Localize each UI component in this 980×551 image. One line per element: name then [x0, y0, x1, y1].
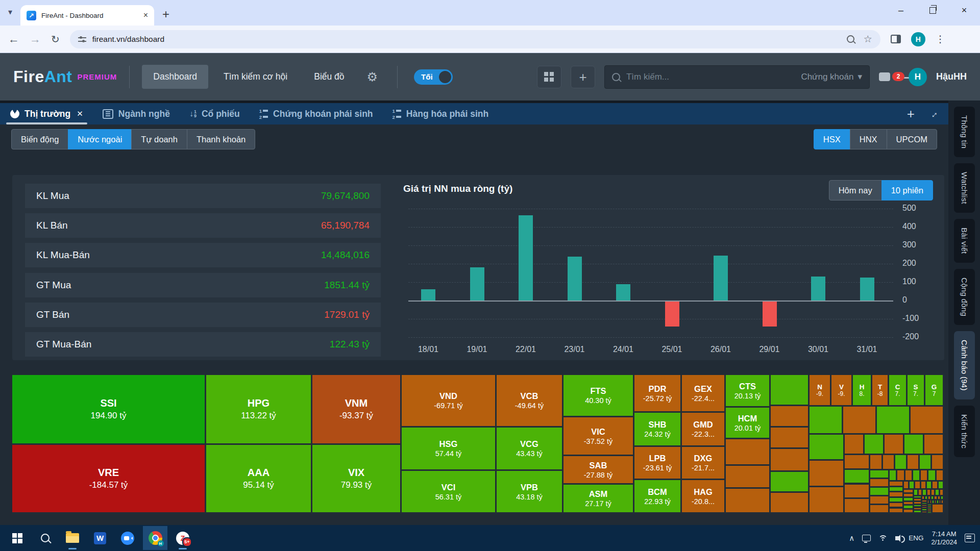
filter-nước-ngoài[interactable]: Nước ngoài [68, 129, 132, 149]
tab-search-chevron-icon[interactable]: ▾ [8, 7, 12, 17]
chart-range-10-phiên[interactable]: 10 phiên [881, 180, 933, 201]
treemap-cell[interactable] [910, 482, 914, 488]
display-icon[interactable] [862, 535, 871, 541]
treemap-cell[interactable] [771, 449, 808, 470]
treemap-cell-hcm[interactable]: HCM20.01 tỷ [726, 408, 769, 438]
sidebar-tab-kiến-thức[interactable]: Kiến thức [954, 406, 975, 457]
treemap-cell-vcb[interactable]: VCB-49.64 tỷ [497, 375, 562, 426]
treemap-cell[interactable] [904, 494, 913, 496]
treemap-cell[interactable] [845, 435, 863, 454]
treemap-cell-shb[interactable]: SHB24.32 tỷ [634, 413, 680, 445]
treemap-cell[interactable] [870, 470, 888, 478]
treemap-cell[interactable] [810, 435, 843, 460]
treemap-cell[interactable] [911, 407, 943, 433]
browser-profile-avatar[interactable]: H [911, 32, 925, 46]
treemap-cell-vci[interactable]: VCI56.31 tỷ [402, 471, 495, 512]
start-button[interactable] [5, 526, 30, 550]
treemap-cell[interactable] [914, 508, 920, 510]
sidebar-tab-watchlist[interactable]: Watchlist [954, 163, 975, 213]
sidebar-tab-cộng-đồng[interactable]: Cộng đồng [954, 269, 975, 325]
treemap-cell[interactable] [928, 505, 931, 505]
treemap-cell[interactable] [870, 488, 888, 495]
treemap-cell[interactable] [890, 492, 902, 496]
speaker-icon[interactable] [895, 536, 899, 540]
treemap-cell[interactable] [941, 496, 943, 499]
treemap-cell[interactable] [845, 485, 869, 498]
treemap-cell[interactable] [927, 482, 931, 488]
filter-thanh-khoản[interactable]: Thanh khoản [187, 129, 255, 149]
treemap-cell[interactable] [897, 470, 903, 480]
add-tab-icon[interactable]: + [907, 107, 915, 120]
treemap-cell-vix[interactable]: VIX79.93 tỷ [312, 445, 400, 512]
treemap-cell-pdr[interactable]: PDR-25.72 tỷ [634, 375, 680, 411]
treemap-cell-vpb[interactable]: VPB43.18 tỷ [497, 471, 562, 512]
treemap-cell[interactable] [922, 503, 926, 504]
treemap-cell-bcm[interactable]: BCM22.93 tỷ [634, 480, 680, 512]
notification-center-icon[interactable] [965, 534, 975, 542]
gear-icon[interactable]: ⚙ [367, 70, 378, 84]
treemap-cell[interactable] [914, 502, 920, 504]
treemap-cell[interactable] [914, 511, 920, 512]
chart-range-hôm-nay[interactable]: Hôm nay [829, 180, 882, 201]
treemap-cell[interactable] [922, 500, 926, 501]
tab-close-icon[interactable]: ✕ [77, 109, 83, 118]
treemap-cell[interactable] [771, 472, 808, 491]
user-avatar[interactable]: H [909, 68, 927, 86]
workspace-tab-hàng-hóa-phái-sinh[interactable]: 12Hàng hóa phái sinh [393, 109, 489, 119]
treemap-cell[interactable] [933, 505, 943, 512]
treemap-cell[interactable] [810, 407, 842, 433]
url-bar[interactable]: fireant.vn/dashboard ☆ [70, 30, 880, 48]
treemap-cell[interactable] [928, 470, 935, 480]
filter-tự-doanh[interactable]: Tự doanh [131, 129, 187, 149]
treemap-cell-fts[interactable]: FTS40.30 tỷ [564, 375, 633, 416]
search-input[interactable]: Tìm kiếm... Chứng khoán▾ [604, 65, 870, 89]
treemap-cell[interactable] [865, 435, 883, 454]
treemap-cell[interactable] [726, 466, 769, 487]
zoom-app-button[interactable] [115, 526, 140, 550]
treemap-cell[interactable] [883, 455, 894, 469]
treemap-cell[interactable] [771, 493, 808, 512]
treemap-cell-dxg[interactable]: DXG-21.7... [682, 447, 724, 479]
treemap-cell[interactable] [914, 490, 917, 494]
treemap-cell[interactable] [890, 509, 902, 512]
window-minimize-button[interactable]: – [885, 0, 917, 20]
treemap-cell[interactable] [928, 511, 931, 511]
reload-button[interactable]: ↻ [51, 33, 60, 45]
treemap-cell[interactable] [935, 496, 936, 499]
treemap-cell[interactable] [810, 461, 843, 486]
treemap-cell[interactable] [895, 455, 906, 469]
treemap-cell[interactable] [845, 455, 869, 468]
filter-biến-động[interactable]: Biến động [11, 129, 68, 149]
clock[interactable]: 7:14 AM2/1/2024 [931, 530, 957, 546]
back-button[interactable]: ← [8, 33, 19, 46]
treemap-cell[interactable] [937, 500, 938, 503]
treemap-cell[interactable] [771, 428, 808, 447]
treemap-cell[interactable] [925, 496, 927, 499]
workspace-tab-ngành-nghề[interactable]: Ngành nghề [103, 109, 170, 119]
treemap-cell-sab[interactable]: SAB-27.88 tỷ [564, 456, 633, 483]
treemap-cell-vnm[interactable]: VNM-93.37 tỷ [312, 375, 400, 443]
treemap-cell[interactable] [904, 506, 913, 508]
treemap-cell[interactable] [933, 500, 934, 503]
treemap-cell[interactable] [933, 482, 937, 488]
treemap-cell[interactable] [938, 496, 940, 499]
treemap-cell[interactable] [890, 503, 902, 507]
chat-icon[interactable] [879, 72, 890, 81]
site-settings-icon[interactable] [78, 36, 86, 42]
nav-item-dashboard[interactable]: Dashboard [142, 65, 208, 89]
treemap-cell-vre[interactable]: VRE-184.57 tỷ [12, 445, 205, 512]
treemap-cell[interactable] [932, 490, 934, 494]
treemap-cell[interactable] [920, 455, 930, 469]
sidebar-tab-bài-viết[interactable]: Bài viết [954, 219, 975, 263]
browser-menu-icon[interactable]: ⋮ [936, 33, 945, 45]
window-restore-button[interactable] [917, 0, 948, 20]
treemap-cell[interactable] [932, 496, 933, 499]
treemap-cell[interactable] [810, 487, 843, 512]
treemap-cell[interactable] [913, 470, 919, 480]
window-close-button[interactable]: × [948, 0, 980, 20]
treemap-cell[interactable] [904, 435, 923, 454]
zalo-button[interactable]: Z5+ [170, 526, 195, 550]
treemap-cell-h[interactable]: H8. [853, 375, 871, 405]
treemap-cell[interactable] [928, 506, 931, 507]
forward-button[interactable]: → [30, 33, 41, 46]
